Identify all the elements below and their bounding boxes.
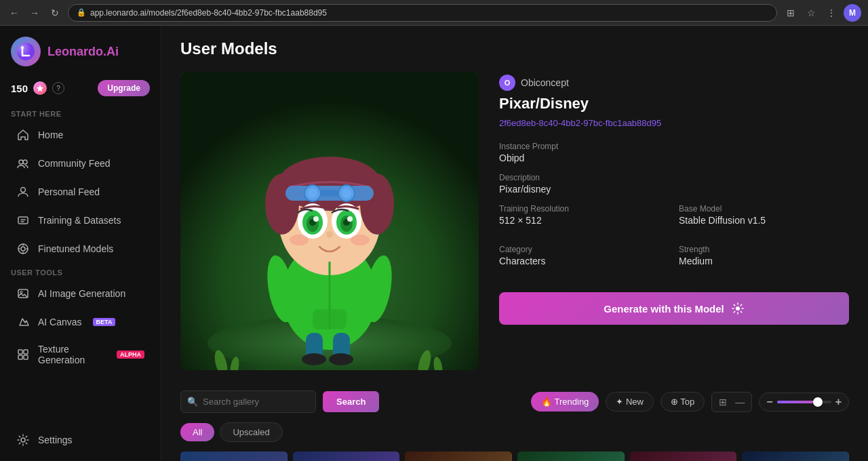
sidebar-item-texture-label: Texture Generation — [38, 344, 106, 365]
owner-name: Obiconcept — [521, 77, 569, 88]
sidebar-item-personal-feed[interactable]: Personal Feed — [5, 178, 155, 205]
svg-rect-61 — [293, 452, 400, 461]
svg-point-1 — [21, 46, 24, 49]
browser-profile[interactable]: M — [844, 4, 861, 22]
sidebar-item-home-label: Home — [38, 129, 63, 140]
description-label: Description — [499, 173, 849, 182]
star-icon[interactable]: ☆ — [803, 5, 819, 21]
canvas-icon — [16, 315, 30, 329]
upgrade-button[interactable]: Upgrade — [98, 80, 150, 96]
generate-icon — [731, 302, 745, 315]
image-gen-icon — [16, 287, 30, 300]
grid-view-button[interactable]: ⊞ — [716, 395, 730, 409]
beta-badge: BETA — [93, 318, 116, 326]
help-icon[interactable]: ? — [52, 82, 64, 94]
sidebar-item-ai-canvas-label: AI Canvas — [38, 317, 82, 327]
search-wrapper: 🔍 — [180, 390, 316, 413]
sidebar-item-ai-canvas[interactable]: AI Canvas BETA — [5, 308, 155, 336]
strength-row: Strength Medium — [679, 245, 849, 266]
sidebar-item-home[interactable]: Home — [5, 121, 155, 148]
training-res-label: Training Resolution — [499, 204, 669, 214]
zoom-out-button[interactable]: − — [766, 396, 772, 408]
divider-minus: — — [732, 395, 747, 409]
sidebar-item-finetuned[interactable]: Finetuned Models — [5, 235, 155, 262]
gallery-thumb-1[interactable] — [180, 452, 288, 461]
svg-rect-14 — [24, 355, 28, 359]
sidebar-item-ai-image-label: AI Image Generation — [38, 288, 125, 299]
finetuned-icon — [16, 242, 30, 256]
filter-tabs: All Upscaled — [180, 422, 849, 442]
alpha-badge: ALPHA — [117, 350, 144, 359]
generate-button[interactable]: Generate with this Model — [499, 292, 849, 325]
extensions-icon[interactable]: ⊞ — [783, 5, 799, 21]
search-icon: 🔍 — [187, 397, 198, 407]
zoom-slider[interactable]: − + — [759, 393, 849, 412]
model-id: 2f6ed8eb-8c40-4bb2-97bc-fbc1aab88d95 — [499, 118, 849, 128]
category-value: Characters — [499, 256, 669, 266]
model-card: O Obiconcept Pixar/Disney 2f6ed8eb-8c40-… — [180, 72, 849, 370]
svg-rect-11 — [18, 350, 22, 354]
new-filter-button[interactable]: ✦ New — [606, 392, 654, 412]
texture-icon — [16, 348, 30, 361]
svg-marker-2 — [37, 85, 43, 92]
settings-icon — [16, 433, 30, 447]
gallery-thumb-3[interactable] — [405, 452, 512, 461]
top-filter-button[interactable]: ⊕ Top — [660, 392, 705, 412]
svg-point-48 — [326, 231, 333, 238]
search-button[interactable]: Search — [323, 391, 379, 412]
sidebar-item-settings[interactable]: Settings — [5, 426, 155, 454]
gallery-right-controls: 🔥 Trending ✦ New ⊕ Top ⊞ — − + — [531, 392, 849, 412]
page-title: User Models — [180, 39, 849, 58]
sidebar-item-community-feed[interactable]: Community Feed — [5, 150, 155, 177]
user-tools-label: User Tools — [0, 263, 161, 279]
gallery-thumb-6[interactable] — [742, 452, 849, 461]
sidebar-item-settings-label: Settings — [38, 435, 73, 445]
trending-filter-button[interactable]: 🔥 Trending — [531, 392, 599, 412]
refresh-button[interactable]: ↻ — [47, 5, 62, 20]
gallery-thumb-4[interactable] — [517, 452, 625, 461]
svg-point-36 — [342, 188, 351, 198]
sidebar-item-texture[interactable]: Texture Generation ALPHA — [5, 337, 155, 372]
svg-point-3 — [19, 160, 23, 164]
svg-rect-12 — [24, 350, 28, 354]
info-grid: Training Resolution 512 × 512 Base Model… — [499, 204, 849, 276]
sidebar-item-training-label: Training & Datasets — [38, 215, 121, 226]
training-res-value: 512 × 512 — [499, 215, 669, 226]
zoom-in-button[interactable]: + — [835, 396, 842, 408]
strength-value: Medium — [679, 256, 849, 266]
forward-button[interactable]: → — [27, 5, 42, 20]
back-button[interactable]: ← — [7, 5, 22, 20]
community-icon — [16, 157, 30, 170]
description-row: Description Pixar/disney — [499, 173, 849, 195]
credits-icon — [33, 81, 47, 95]
url-text: app.leonardo.ai/models/2f6ed8eb-8c40-4bb… — [90, 8, 327, 18]
generate-label: Generate with this Model — [604, 303, 724, 315]
menu-icon[interactable]: ⋮ — [823, 5, 840, 21]
sidebar-item-finetuned-label: Finetuned Models — [38, 243, 113, 254]
model-info: O Obiconcept Pixar/Disney 2f6ed8eb-8c40-… — [499, 72, 849, 370]
gallery-thumb-2[interactable] — [293, 452, 400, 461]
base-model-label: Base Model — [679, 204, 849, 214]
search-input[interactable] — [180, 390, 316, 413]
all-tab[interactable]: All — [180, 423, 214, 441]
sidebar-item-ai-image[interactable]: AI Image Generation — [5, 280, 155, 307]
lock-icon: 🔒 — [77, 8, 86, 17]
start-here-label: Start Here — [0, 104, 161, 121]
zoom-handle[interactable] — [813, 397, 823, 407]
svg-rect-72 — [630, 452, 737, 461]
home-icon — [16, 128, 30, 142]
svg-point-10 — [20, 292, 22, 294]
svg-rect-13 — [18, 355, 22, 359]
strength-label: Strength — [679, 245, 849, 254]
browser-bar: ← → ↻ 🔒 app.leonardo.ai/models/2f6ed8eb-… — [0, 0, 868, 26]
sidebar-item-training[interactable]: Training & Datasets — [5, 207, 155, 234]
zoom-track — [777, 401, 831, 403]
svg-point-15 — [21, 438, 25, 442]
base-model-row: Base Model Stable Diffusion v1.5 — [679, 204, 849, 226]
upscaled-tab[interactable]: Upscaled — [220, 422, 282, 442]
url-bar[interactable]: 🔒 app.leonardo.ai/models/2f6ed8eb-8c40-4… — [68, 4, 777, 22]
owner-avatar: O — [499, 75, 515, 91]
personal-icon — [16, 185, 30, 199]
credits-count: 150 — [11, 83, 28, 94]
gallery-thumb-5[interactable] — [630, 452, 737, 461]
